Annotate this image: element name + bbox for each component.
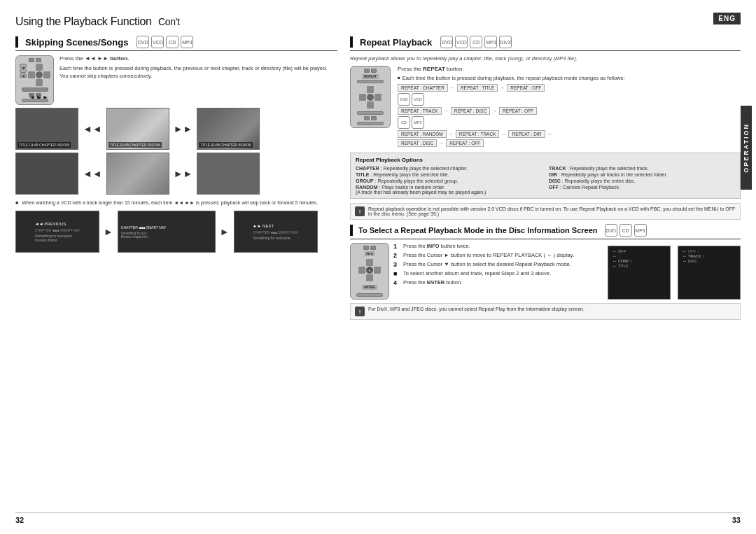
vcd-screen-1: ◄◄ PREVIOUS CHAPTER ■■■ SMART NAV Someth… xyxy=(15,211,99,253)
flow-rows-container: REPEAT : CHAPTER → REPEAT : TITLE → REPE… xyxy=(398,84,741,147)
flow-row-4: REPEAT : DISC → REPEAT : OFF xyxy=(398,139,741,147)
step-text: Press the xyxy=(59,55,83,62)
rr-right xyxy=(374,94,382,101)
step-button: ◄◄ ►► button. xyxy=(85,55,129,62)
rs-dpad: ● xyxy=(358,259,381,281)
flow-box-8: REPEAT : TRACK xyxy=(456,130,500,138)
rs-btn2 xyxy=(370,246,376,250)
remote-control-image: ◄◄ ►► xyxy=(15,55,54,105)
ds1-row2: ↔ ↑ xyxy=(612,254,666,258)
rs-up xyxy=(366,259,373,266)
flow-dvd: DVD xyxy=(398,93,410,106)
bullet-sym: ■ xyxy=(398,76,400,80)
page-num-left: 32 xyxy=(15,516,24,524)
flow-box-7: REPEAT : RANDOM xyxy=(398,130,447,138)
rr-down xyxy=(367,101,374,108)
flow-box-9: REPEAT : DIR xyxy=(508,130,545,138)
remote-select: INFO ● ENTER xyxy=(350,243,389,300)
scene-images: TITLE 01/45 CHAPTER 002/036 ◄◄ TITLE 01/… xyxy=(15,108,337,195)
repeat-step-text: Press the REPEAT button. xyxy=(398,66,741,72)
repeat-note-text: Repeat playback operation is not possibl… xyxy=(368,206,736,216)
r-btn1 xyxy=(29,58,34,62)
select-info-icon: ! xyxy=(355,307,365,316)
rr-bottom xyxy=(357,111,384,115)
skipping-text-area: Press the ◄◄ ►► button. Each time the bu… xyxy=(15,55,337,79)
repeat-bullet-text: Each time the button is pressed during p… xyxy=(402,75,625,81)
page-container: Using the Playback Function Con't ENG Sk… xyxy=(0,0,756,534)
rr-center xyxy=(367,94,374,101)
flow-vcd: VCD xyxy=(412,93,424,106)
flow-arrow-1: → xyxy=(449,85,456,90)
sel-cd-icon: CD xyxy=(620,224,632,237)
flow-cd-icons: CD MP3 xyxy=(398,116,741,129)
rs-right xyxy=(374,267,381,274)
options-box: Repeat Playback Options CHAPTER : Repeat… xyxy=(350,153,741,199)
option-group: GROUP : Repeatedly plays the selected gr… xyxy=(356,178,542,183)
scene-img-5 xyxy=(106,153,169,195)
repeat-vcd-icon: VCD xyxy=(455,36,468,48)
rs-left xyxy=(358,267,365,274)
ds2-row3: ↔ DISC xyxy=(682,259,736,263)
flow-arrow-3: → xyxy=(443,108,449,113)
repeat-step-bold: REPEAT xyxy=(423,66,445,72)
flow-arrow-8: → xyxy=(438,141,444,146)
flow-dvd-icons: DVD VCD xyxy=(398,93,741,106)
option-random: RANDOM : Plays tracks in random order.(A… xyxy=(356,185,542,195)
arrow-3: ◄◄ xyxy=(81,168,104,179)
mp3-icon: MP3 xyxy=(181,36,193,48)
repeat-section-title: Repeat Playback xyxy=(360,37,432,48)
rs-enter-label: ENTER xyxy=(362,285,377,290)
rs-info-btn: INFO xyxy=(365,251,374,256)
right-column: Repeat Playback DVD VCD CD MP3 DiVX Repe… xyxy=(350,36,741,507)
rr-btn1 xyxy=(364,69,370,73)
main-columns: Skipping Scenes/Songs DVD VCD CD MP3 xyxy=(15,36,741,507)
repeat-steps: Press the REPEAT button. ■ Each time the… xyxy=(398,66,741,148)
section-bar-select xyxy=(350,225,353,236)
page-num-right: 33 xyxy=(732,516,741,524)
repeat-main-content: REPEAT xyxy=(350,66,741,148)
option-track: TRACK : Repeatedly plays the selected tr… xyxy=(549,166,735,171)
option-disc: DISC : Repeatedly plays the entire disc. xyxy=(549,178,735,183)
step-note: ■ To select another album and track, rep… xyxy=(393,270,574,277)
rr-dpad xyxy=(359,86,382,108)
step-2: 2 Press the Cursor ► button to move to R… xyxy=(393,252,574,259)
rr-skip2 xyxy=(371,116,377,120)
ds1-row3: ↔ CHAP ↕ xyxy=(612,259,666,263)
rr-left xyxy=(359,94,366,101)
sel-dvd-icon: DVD xyxy=(605,224,617,237)
select-section-title: To Select a Repeat Playback Mode in the … xyxy=(358,226,598,234)
rs-center-area: ● xyxy=(366,267,373,274)
repeat-cd-icon: CD xyxy=(470,36,482,48)
flow-row-icons2: CD MP3 xyxy=(398,116,741,129)
scene-row-2: ◄◄ ►► xyxy=(15,153,337,195)
scene-img-6 xyxy=(197,153,260,195)
rr-last xyxy=(357,122,384,125)
remote-right: REPEAT xyxy=(350,66,392,148)
step-4: 4 Press the ENTER button. xyxy=(393,279,574,286)
flow-box-6: REPEAT : OFF xyxy=(499,107,537,115)
scene-row-1: TITLE 01/45 CHAPTER 002/036 ◄◄ TITLE 01/… xyxy=(15,108,337,150)
ds1-row1: ↔ OFF xyxy=(612,249,666,253)
arrow-vcd: ► xyxy=(102,226,115,237)
repeat-divx-icon: DiVX xyxy=(499,36,512,48)
flow-arrow-2: → xyxy=(499,85,505,90)
note-bullet: ■ xyxy=(15,200,18,205)
flow-arrow-7: → xyxy=(547,132,553,136)
repeat-desc: Repeat playback allows you to repeatedly… xyxy=(350,55,741,62)
flow-arrow-4: → xyxy=(491,108,498,113)
disc-screens: ↔ OFF ↔ ↑ ↔ CHAP ↕ ↔ xyxy=(608,246,741,300)
flow-row-icons: DVD VCD xyxy=(398,93,741,106)
step-1: 1 Press the INFO button twice. xyxy=(393,243,574,250)
flow-box-10: REPEAT : DISC xyxy=(398,139,437,147)
select-content: INFO ● ENTER xyxy=(350,243,741,300)
dvd-icon: DVD xyxy=(136,36,149,48)
flow-arrow-6: → xyxy=(500,132,507,136)
bullet-item-2: You cannot skip chapters consecutively. xyxy=(22,73,337,79)
subtitle-text: Con't xyxy=(158,16,180,27)
page-numbers: 32 33 xyxy=(15,512,741,524)
r-bottom-row xyxy=(22,99,48,102)
scene-img-1: TITLE 01/45 CHAPTER 002/036 xyxy=(15,108,78,150)
skip-note: ■ When watching a VCD with a track longe… xyxy=(15,199,337,206)
flow-row-2: REPEAT : TRACK → REPEAT : DISC → REPEAT … xyxy=(398,107,741,115)
left-column: Skipping Scenes/Songs DVD VCD CD MP3 xyxy=(15,36,337,507)
